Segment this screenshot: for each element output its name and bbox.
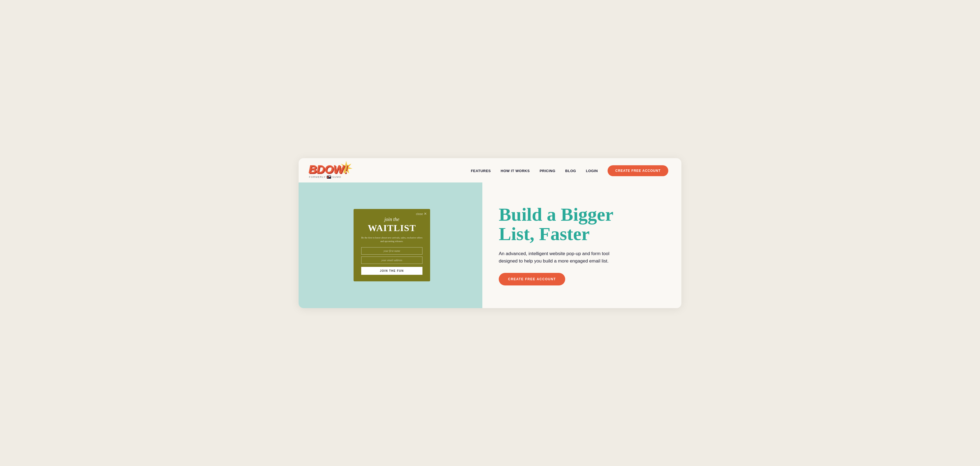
nav-create-account-button[interactable]: CREATE FREE ACCOUNT xyxy=(608,165,668,176)
popup-waitlist-title: WAITLIST xyxy=(361,223,422,233)
nav-links: FEATURES HOW IT WORKS PRICING BLOG LOGIN… xyxy=(471,165,668,176)
popup-card: close ✕ join the WAITLIST Be the first t… xyxy=(353,209,430,281)
hero-heading: Build a Bigger List, Faster xyxy=(499,205,665,244)
close-icon: ✕ xyxy=(424,212,427,216)
popup-join-italic: join the xyxy=(361,217,422,222)
svg-rect-3 xyxy=(329,176,331,177)
popup-email-input[interactable] xyxy=(361,257,422,264)
hero-create-account-button[interactable]: CREATE FREE ACCOUNT xyxy=(499,273,565,285)
hero-subtext: An advanced, intelligent website pop-up … xyxy=(499,250,614,265)
nav-pricing[interactable]: PRICING xyxy=(539,169,555,173)
popup-first-name-input[interactable] xyxy=(361,247,422,255)
logo-text: BDOW! xyxy=(309,163,348,175)
page-wrapper: BDOW! FORMERLY SUMO FEATURES HOW IT WORK… xyxy=(299,158,681,308)
nav-how-it-works[interactable]: HOW IT WORKS xyxy=(501,169,530,173)
nav-login[interactable]: LOGIN xyxy=(586,169,598,173)
svg-rect-2 xyxy=(327,176,328,178)
logo-formerly: FORMERLY SUMO xyxy=(309,176,341,179)
popup-submit-button[interactable]: JOIN THE FUN xyxy=(361,267,422,275)
logo-area: BDOW! FORMERLY SUMO xyxy=(309,163,348,179)
nav-blog[interactable]: BLOG xyxy=(565,169,576,173)
popup-close-button[interactable]: close ✕ xyxy=(416,212,427,216)
hero-left-preview: close ✕ join the WAITLIST Be the first t… xyxy=(299,182,482,308)
hero-right-content: Build a Bigger List, Faster An advanced,… xyxy=(482,182,681,308)
nav-features[interactable]: FEATURES xyxy=(471,169,491,173)
navbar: BDOW! FORMERLY SUMO FEATURES HOW IT WORK… xyxy=(299,158,681,182)
popup-description: Be the first to know about new arrivals,… xyxy=(361,236,422,243)
sumo-icon xyxy=(327,176,331,179)
hero-section: close ✕ join the WAITLIST Be the first t… xyxy=(299,182,681,308)
